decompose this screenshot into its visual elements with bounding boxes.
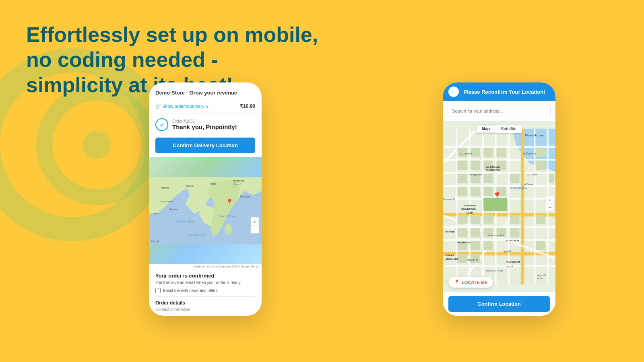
svg-rect-58 [483,174,493,183]
svg-text:Al Aamalh St: Al Aamalh St [443,198,455,200]
map-tab-satellite[interactable]: Satellite [495,125,522,133]
svg-text:Gulf of Aden: Gulf of Aden [160,200,173,203]
svg-text:Airport St: Airport St [537,274,547,276]
map-area-left: Arabian Sea Bay of Bengal Laccadive Sea … [149,157,262,264]
reconfirm-title: Please Reconfirm Your Location! [459,89,550,95]
back-button[interactable]: ← [448,86,459,97]
svg-rect-79 [483,241,493,250]
svg-rect-76 [510,228,520,237]
svg-rect-33 [443,226,555,228]
svg-rect-37 [456,129,457,285]
phone-right-footer: Confirm Location [443,292,555,316]
svg-text:Thailand: Thailand [240,195,250,198]
show-order-summary-label: Show order summary [162,104,204,109]
map-svg-right: Dhow Harbour Al Corniche AL BIDA ASH SHA… [443,121,555,292]
locate-me-button[interactable]: 📍 LOCATE ME [448,277,493,288]
svg-point-6 [225,224,232,235]
svg-rect-36 [443,265,555,267]
svg-text:MUSHERIB: MUSHERIB [458,241,471,244]
bg-decorative-dot [83,131,111,159]
svg-text:−: − [253,227,256,233]
phone-right-header: ← Please Reconfirm Your Location! [443,82,555,101]
svg-rect-80 [458,254,467,263]
svg-text:India: India [210,182,216,185]
svg-rect-73 [471,228,480,237]
order-details-section: Order details Contact information [155,296,255,312]
order-email-text: You'll receive an email when your order … [155,280,255,285]
svg-rect-64 [536,148,546,157]
chevron-down-icon: ∨ [206,104,209,109]
svg-text:Al Corniche: Al Corniche [523,152,537,155]
svg-rect-51 [497,148,506,157]
phone-footer: Your order is confirmed You'll receive a… [149,269,262,316]
svg-text:...Africa: ...Africa [151,212,159,215]
location-pin-icon: 📍 [454,280,460,285]
svg-text:FEREEJ: FEREEJ [445,254,454,257]
svg-text:−: − [548,204,551,210]
svg-text:Msherib: Msherib [445,230,454,233]
svg-rect-65 [536,160,546,170]
svg-text:المرقاب: المرقاب [506,265,513,268]
email-checkbox[interactable] [155,288,161,293]
svg-text:Al Diwan St: Al Diwan St [466,259,478,261]
map-bg-right: Dhow Harbour Al Corniche AL BIDA ASH SHA… [443,121,555,292]
svg-rect-70 [510,215,520,224]
svg-rect-63 [510,174,520,183]
map-area-right: Map Satellite [443,121,555,292]
svg-text:Al Souq: Al Souq [524,183,533,185]
svg-rect-68 [471,215,480,224]
confirm-location-button[interactable]: Confirm Location [448,296,550,312]
email-checkbox-label: Email me with news and offers [163,288,217,293]
svg-text:DOWNTOWN: DOWNTOWN [461,208,476,210]
svg-text:📍: 📍 [225,198,233,206]
svg-text:الناجدة: الناجدة [504,250,511,253]
svg-rect-59 [458,187,467,196]
svg-text:Laccadive Sea: Laccadive Sea [188,234,206,237]
svg-rect-50 [483,148,493,157]
svg-text:AL JASRA: AL JASRA [527,173,538,176]
svg-text:Google: Google [151,240,160,243]
order-confirmed-title: Your order is confirmed [155,273,255,279]
svg-text:Bay of Bengal: Bay of Bengal [219,215,237,218]
svg-text:Arabian Sea: Arabian Sea [176,220,194,223]
svg-text:AL MURQAB: AL MURQAB [506,261,520,263]
svg-text:Somalia: Somalia [169,208,178,210]
svg-rect-82 [536,241,546,250]
svg-text:Al Rayyan Rd: Al Rayyan Rd [469,173,482,176]
email-checkbox-row[interactable]: Email me with news and offers [155,288,255,293]
svg-rect-52 [458,160,467,170]
svg-text:Yemen: Yemen [160,186,169,189]
map-tab-map[interactable]: Map [476,125,495,133]
order-number: Order #1031 [172,119,237,123]
svg-rect-60 [471,187,480,196]
svg-text:DOHA: DOHA [466,212,474,214]
svg-rect-53 [471,160,480,170]
svg-text:AL NAJADA: AL NAJADA [506,239,520,242]
phone-mockup-left: Demo Store - Grow your revenue 🛒 Show or… [149,82,262,316]
svg-text:📍: 📍 [492,191,502,201]
order-details-title: Order details [155,300,255,306]
svg-rect-34 [443,239,555,241]
show-order-summary-link[interactable]: 🛒 Show order summary ∨ [155,104,209,109]
svg-rect-56 [458,174,467,183]
check-circle-icon: ✓ [155,118,168,131]
svg-text:AL BIDA ASH: AL BIDA ASH [486,166,502,168]
svg-text:ABDUL AZIZ: ABDUL AZIZ [445,258,458,260]
svg-text:(Burma): (Burma) [233,183,241,185]
confirm-delivery-button[interactable]: Confirm Delivery Location [155,138,255,153]
back-icon: ← [451,89,456,95]
svg-rect-72 [458,228,467,237]
search-input[interactable] [448,105,551,117]
map-svg: Arabian Sea Bay of Bengal Laccadive Sea … [149,157,262,264]
svg-rect-66 [549,174,554,183]
store-name: Demo Store - Grow your revenue [149,82,262,99]
svg-text:Myanmar: Myanmar [233,179,245,183]
svg-text:MSHEREB: MSHEREB [464,205,477,207]
svg-text:SHARQIYAH: SHARQIYAH [486,169,500,171]
svg-rect-67 [458,215,467,224]
svg-text:+: + [253,219,256,225]
order-amount: ₹10.90 [240,103,255,109]
search-bar [443,101,555,121]
svg-text:Wadi Msherib St: Wadi Msherib St [488,234,504,237]
svg-rect-69 [483,215,493,224]
